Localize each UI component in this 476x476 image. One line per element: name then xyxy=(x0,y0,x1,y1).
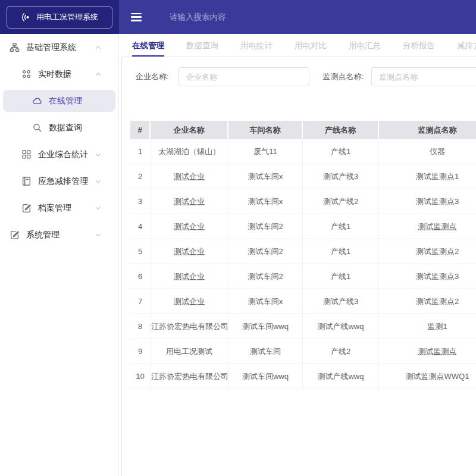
content-card: 企业名称: 监测点名称: #企业名称车间名称产线名称监测点名称 1太湖湖泊（锡山… xyxy=(121,57,476,476)
cell-enterprise[interactable]: 测试企业 xyxy=(151,214,228,239)
table-row: 3测试企业测试车间x测试产线2测试监测点3 xyxy=(130,189,476,214)
sidebar-item-label: 企业综合统计 xyxy=(38,149,88,160)
topbar-search-input[interactable]: 请输入搜索内容 xyxy=(170,12,226,23)
sidebar-nav: 基础管理系统实时数据在线管理数据查询企业综合统计应急减排管理档案管理系统管理 xyxy=(0,34,119,476)
sidebar-item-label: 基础管理系统 xyxy=(26,42,76,53)
main-area: 在线管理数据查询用电统计用电对比用电汇总分析报告减排方案录入 企业名称: 监测点… xyxy=(119,34,476,476)
tab-1[interactable]: 数据查询 xyxy=(186,36,218,57)
cell-line: 测试产线wwq xyxy=(303,364,379,389)
cell-workshop: 废气11 xyxy=(228,139,303,164)
sidebar-item-label: 在线管理 xyxy=(49,96,82,107)
cell-enterprise[interactable]: 测试企业 xyxy=(151,189,228,214)
table-row: 8江苏协宏热电有限公司测试车间wwq测试产线wwq监测1 xyxy=(130,314,476,339)
cell-workshop: 测试车间2 xyxy=(228,239,303,264)
cell-index: 3 xyxy=(130,189,151,214)
sidebar-item-2[interactable]: 在线管理 xyxy=(3,90,115,112)
tab-5[interactable]: 分析报告 xyxy=(403,36,435,57)
cell-workshop: 测试车间wwq xyxy=(228,314,303,339)
tab-6[interactable]: 减排方案录入 xyxy=(457,36,476,57)
cell-monitor: 监测1 xyxy=(379,314,476,339)
monitor-name-input[interactable] xyxy=(371,67,476,86)
book-icon xyxy=(21,176,32,186)
table-row: 7测试企业测试车间x测试产线3测试监测点2 xyxy=(130,289,476,314)
sidebar-item-label: 应急减排管理 xyxy=(38,176,88,187)
table-row: 9用电工况测试测试车间产线2测试监测点 xyxy=(130,339,476,364)
sidebar-item-5[interactable]: 应急减排管理 xyxy=(0,168,118,195)
enterprise-name-input[interactable] xyxy=(178,67,310,86)
app-logo[interactable]: 用电工况管理系统 xyxy=(7,6,112,29)
table-row: 5测试企业测试车间2产线1测试监测点2 xyxy=(130,239,476,264)
topbar: 用电工况管理系统 请输入搜索内容 xyxy=(0,0,476,34)
cell-enterprise: 太湖湖泊（锡山） xyxy=(151,139,228,164)
column-header: 车间名称 xyxy=(228,121,303,139)
sidebar-item-0[interactable]: 基础管理系统 xyxy=(0,34,118,61)
monitor-name-label: 监测点名称: xyxy=(322,71,364,82)
cell-index: 4 xyxy=(130,214,151,239)
grid-icon xyxy=(21,149,32,159)
app-title: 用电工况管理系统 xyxy=(36,12,98,23)
cell-workshop: 测试车间2 xyxy=(228,214,303,239)
chevron-down-icon xyxy=(95,205,102,212)
tab-4[interactable]: 用电汇总 xyxy=(349,36,381,57)
sidebar-item-1[interactable]: 实时数据 xyxy=(0,61,118,87)
cell-workshop: 测试车间 xyxy=(228,339,303,364)
cell-enterprise[interactable]: 测试企业 xyxy=(151,264,228,289)
doc-edit-icon xyxy=(21,203,32,213)
table-row: 1太湖湖泊（锡山）废气11产线1仪器 xyxy=(130,139,476,164)
sidebar-item-label: 档案管理 xyxy=(38,203,71,214)
cell-index: 8 xyxy=(130,314,151,339)
table-row: 10江苏协宏热电有限公司测试车间wwq测试产线wwq测试监测点WWQ1 xyxy=(130,364,476,389)
filter-row: 企业名称: 监测点名称: xyxy=(122,57,476,86)
sidebar-item-4[interactable]: 企业综合统计 xyxy=(0,141,118,168)
sidebar-item-label: 实时数据 xyxy=(38,69,71,80)
tab-3[interactable]: 用电对比 xyxy=(295,36,327,57)
sidebar-item-6[interactable]: 档案管理 xyxy=(0,195,118,221)
cell-monitor: 测试监测点1 xyxy=(379,164,476,189)
cell-line: 测试产线3 xyxy=(303,289,379,314)
cell-index: 6 xyxy=(130,264,151,289)
menu-toggle-button[interactable] xyxy=(131,13,142,21)
cell-enterprise[interactable]: 测试企业 xyxy=(151,289,228,314)
chevron-down-icon xyxy=(95,178,102,185)
cell-workshop: 测试车间2 xyxy=(228,264,303,289)
cell-index: 9 xyxy=(130,339,151,364)
chevron-down-icon xyxy=(95,231,102,239)
cell-line: 产线1 xyxy=(303,239,379,264)
search-icon xyxy=(32,123,42,133)
column-header: 监测点名称 xyxy=(379,121,476,139)
sidebar-item-3[interactable]: 数据查询 xyxy=(0,114,118,141)
cell-line: 产线2 xyxy=(303,339,379,364)
cell-monitor[interactable]: 测试监测点 xyxy=(379,339,476,364)
tab-0[interactable]: 在线管理 xyxy=(132,36,164,57)
cell-enterprise[interactable]: 测试企业 xyxy=(151,164,228,189)
tab-2[interactable]: 用电统计 xyxy=(240,36,273,57)
topbar-logo-area: 用电工况管理系统 xyxy=(0,0,119,34)
cell-monitor[interactable]: 测试监测点 xyxy=(379,214,476,239)
cell-enterprise: 江苏协宏热电有限公司 xyxy=(151,314,228,339)
cell-workshop: 测试车间wwq xyxy=(228,364,303,389)
grid-dots-icon xyxy=(21,69,32,79)
sidebar-item-label: 数据查询 xyxy=(49,123,82,133)
monitor-table: #企业名称车间名称产线名称监测点名称 1太湖湖泊（锡山）废气11产线1仪器2测试… xyxy=(130,121,476,389)
cell-line: 测试产线3 xyxy=(303,164,379,189)
sidebar-item-7[interactable]: 系统管理 xyxy=(0,221,118,248)
table-row: 6测试企业测试车间2产线1测试监测点3 xyxy=(130,264,476,289)
column-header: # xyxy=(130,121,151,139)
cell-monitor: 测试监测点2 xyxy=(379,239,476,264)
enterprise-name-label: 企业名称: xyxy=(136,71,169,82)
cell-enterprise[interactable]: 测试企业 xyxy=(151,239,228,264)
cell-workshop: 测试车间x xyxy=(228,189,303,214)
cell-monitor: 测试监测点2 xyxy=(379,289,476,314)
cell-enterprise: 用电工况测试 xyxy=(151,339,228,364)
cell-line: 测试产线wwq xyxy=(303,314,379,339)
chevron-down-icon xyxy=(95,151,102,158)
cell-workshop: 测试车间x xyxy=(228,164,303,189)
table-row: 4测试企业测试车间2产线1测试监测点 xyxy=(130,214,476,239)
cell-monitor: 测试监测点WWQ1 xyxy=(379,364,476,389)
cell-line: 测试产线2 xyxy=(303,189,379,214)
cell-line: 产线1 xyxy=(303,214,379,239)
chevron-up-icon xyxy=(95,71,102,78)
cell-monitor: 测试监测点3 xyxy=(379,264,476,289)
cell-line: 产线1 xyxy=(303,139,379,164)
org-chart-icon xyxy=(10,42,20,52)
